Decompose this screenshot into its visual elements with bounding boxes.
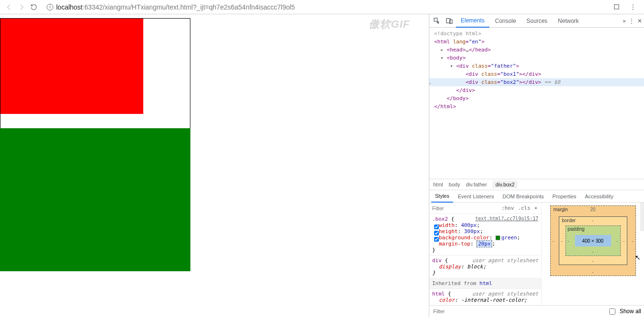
- devtools-menu-icon[interactable]: ⋮: [629, 18, 634, 24]
- styles-filter-input[interactable]: [431, 205, 499, 212]
- box2-div: [0, 128, 190, 271]
- margin-top-value[interactable]: 20: [590, 207, 595, 212]
- bm-content[interactable]: 400 × 300: [575, 235, 611, 246]
- tab-elements[interactable]: Elements: [456, 14, 489, 28]
- bc-body[interactable]: body: [449, 182, 460, 187]
- svg-point-1: [633, 4, 634, 5]
- svg-point-2: [633, 6, 634, 7]
- url-text: localhost:63342/xiangmu/HTxiangmu/text.h…: [56, 3, 295, 11]
- margin-top-value-editing[interactable]: 20px: [476, 240, 492, 247]
- breadcrumb: html body div.father div.box2: [429, 179, 644, 190]
- tab-console[interactable]: Console: [490, 14, 521, 28]
- watermark: 傲软GIF: [369, 17, 410, 31]
- url-host: localhost: [56, 3, 82, 11]
- svg-rect-4: [434, 18, 437, 21]
- svg-point-3: [633, 9, 634, 10]
- bm-margin[interactable]: margin 20 - - - border - - - - padding -: [550, 205, 636, 276]
- url-port: :63342: [82, 3, 103, 11]
- device-toggle-button[interactable]: [444, 15, 455, 27]
- reload-button[interactable]: [28, 1, 40, 13]
- source-link-box2[interactable]: text.html?…cc7l9ol5:17: [476, 216, 538, 222]
- father-div: [0, 18, 190, 256]
- inspect-button[interactable]: [431, 15, 443, 27]
- mouse-cursor-icon: ↖: [635, 254, 641, 261]
- scrollbar[interactable]: [640, 203, 644, 231]
- bm-padding[interactable]: padding - - - 400 × 300: [565, 225, 621, 256]
- arrow-right-icon: [18, 3, 25, 11]
- hov-toggle[interactable]: :hov: [499, 205, 516, 211]
- tab-network[interactable]: Network: [553, 14, 584, 28]
- bc-father[interactable]: div.father: [466, 182, 487, 187]
- dom-selected-box2[interactable]: <div class="box2"></div> == $0: [429, 78, 644, 86]
- rule-html: html { user agent stylesheet color: -int…: [429, 289, 541, 305]
- show-all-label: Show all: [620, 308, 641, 315]
- url-bar[interactable]: i localhost:63342/xiangmu/HTxiangmu/text…: [43, 1, 608, 13]
- rendered-page: 傲软GIF: [0, 14, 429, 317]
- selector-html[interactable]: html: [432, 291, 445, 297]
- show-all-checkbox[interactable]: [609, 308, 615, 315]
- kebab-icon: [629, 3, 637, 11]
- inherited-section: Inherited from html: [429, 278, 541, 289]
- browser-toolbar: i localhost:63342/xiangmu/HTxiangmu/text…: [0, 0, 644, 14]
- color-swatch-green[interactable]: [495, 235, 500, 240]
- arrow-left-icon: [5, 3, 13, 11]
- forward-button[interactable]: [15, 1, 28, 13]
- info-icon[interactable]: i: [47, 4, 53, 10]
- reload-icon: [30, 3, 38, 11]
- tab-sources[interactable]: Sources: [522, 14, 552, 28]
- more-tabs-icon[interactable]: »: [623, 18, 626, 24]
- selector-box2[interactable]: .box2: [432, 216, 448, 222]
- new-rule-button[interactable]: +: [532, 205, 539, 211]
- url-path: /xiangmu/HTxiangmu/text.html?_ijt=qh7e2s…: [103, 3, 295, 11]
- cls-toggle[interactable]: .cls: [516, 205, 533, 211]
- rules-filter-row: :hov .cls +: [429, 203, 541, 214]
- extension-icons: [611, 1, 639, 13]
- box-model: margin 20 - - - border - - - - padding -: [542, 203, 644, 305]
- tab-styles[interactable]: Styles: [431, 190, 453, 203]
- ua-stylesheet-label: user agent stylesheet: [472, 257, 538, 264]
- back-button[interactable]: [3, 1, 15, 13]
- menu-button[interactable]: [627, 1, 639, 13]
- inspect-icon: [433, 17, 441, 25]
- styles-body: :hov .cls + .box2 { text.html?…cc7l9ol5:…: [429, 203, 644, 306]
- devtools-tabs: Elements Console Sources Network » ⋮ ✕: [429, 14, 644, 28]
- computed-filter-row: Show all: [429, 306, 644, 317]
- tab-dom-breakpoints[interactable]: DOM Breakpoints: [499, 190, 548, 203]
- selector-div[interactable]: div: [432, 257, 442, 264]
- svg-rect-0: [614, 4, 619, 9]
- bc-html[interactable]: html: [433, 182, 443, 187]
- device-icon: [446, 17, 453, 25]
- computed-filter-input[interactable]: [432, 308, 604, 315]
- rules-column: :hov .cls + .box2 { text.html?…cc7l9ol5:…: [429, 203, 542, 305]
- rule-div: div { user agent stylesheet display: blo…: [429, 256, 541, 278]
- extensions-button[interactable]: [611, 1, 623, 13]
- rule-box2: .box2 { text.html?…cc7l9ol5:17 width: 40…: [429, 214, 541, 256]
- tab-properties[interactable]: Properties: [549, 190, 580, 203]
- box1-div: [0, 19, 143, 114]
- tab-accessibility[interactable]: Accessibility: [581, 190, 617, 203]
- puzzle-icon: [613, 3, 621, 11]
- devtools: Elements Console Sources Network » ⋮ ✕ <…: [429, 14, 644, 317]
- bm-border[interactable]: border - - - - padding - - - 400 × 300: [559, 216, 627, 265]
- dom-tree[interactable]: <!doctype html> <html lang="en"> ▸ <head…: [429, 28, 644, 179]
- main-split: 傲软GIF Elements Console Sources Network »…: [0, 14, 644, 317]
- close-devtools-icon[interactable]: ✕: [637, 18, 642, 24]
- bc-box2[interactable]: div.box2: [493, 181, 517, 188]
- tab-event-listeners[interactable]: Event Listeners: [454, 190, 498, 203]
- styles-tabs: Styles Event Listeners DOM Breakpoints P…: [429, 190, 644, 203]
